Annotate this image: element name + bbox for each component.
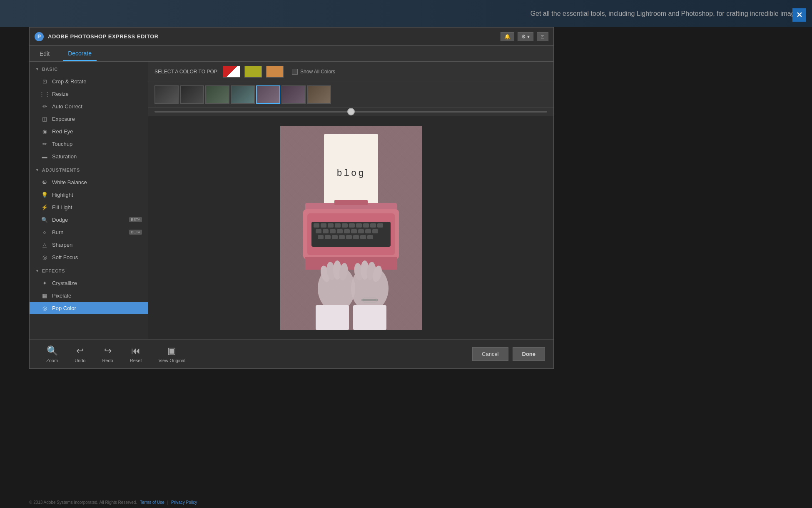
sidebar-item-pixelate[interactable]: ▦ Pixelate <box>30 289 148 302</box>
exposure-icon: ◫ <box>41 115 48 122</box>
svg-rect-29 <box>372 229 378 233</box>
show-all-label: Show All Colors <box>300 69 335 75</box>
svg-rect-15 <box>342 223 348 228</box>
title-bar: P ADOBE PHOTOSHOP EXPRESS EDITOR 🔔 ⚙ ▾ ⊡ <box>30 28 553 46</box>
svg-rect-38 <box>305 257 397 270</box>
sidebar-item-exposure[interactable]: ◫ Exposure <box>30 113 148 125</box>
sidebar-item-highlight[interactable]: 💡 Highlight <box>30 188 148 201</box>
section-effects-label: EFFECTS <box>42 268 65 273</box>
sidebar-item-red-eye[interactable]: ◉ Red-Eye <box>30 125 148 138</box>
crop-rotate-label: Crop & Rotate <box>52 78 86 85</box>
filter-thumb-5[interactable] <box>281 85 306 104</box>
filter-thumb-6-inner <box>308 86 330 103</box>
svg-rect-52 <box>353 305 386 330</box>
slider-thumb[interactable] <box>347 108 355 115</box>
section-effects-header[interactable]: ▼ EFFECTS <box>30 265 148 277</box>
sidebar-item-sharpen[interactable]: △ Sharpen <box>30 238 148 251</box>
dodge-icon: 🔍 <box>41 216 48 223</box>
yellow-swatch[interactable] <box>244 66 262 78</box>
sharpen-label: Sharpen <box>52 242 72 248</box>
view-original-tool[interactable]: ▣ View Original <box>150 345 194 363</box>
terms-link[interactable]: Terms of Use <box>140 500 164 505</box>
filter-thumb-2[interactable] <box>205 85 229 104</box>
svg-rect-25 <box>344 229 350 233</box>
burn-icon: ○ <box>41 229 48 235</box>
svg-rect-7 <box>334 200 368 205</box>
sidebar-item-fill-light[interactable]: ⚡ Fill Light <box>30 201 148 213</box>
bg-top-area: Get all the essential tools, including L… <box>0 0 812 27</box>
close-x-button[interactable]: ✕ <box>792 8 806 22</box>
done-button[interactable]: Done <box>513 347 545 361</box>
section-basic-header[interactable]: ▼ BASIC <box>30 63 148 75</box>
section-adjustments-header[interactable]: ▼ ADJUSTMENTS <box>30 164 148 176</box>
svg-rect-35 <box>353 235 359 239</box>
photo-canvas: blog <box>280 126 422 330</box>
svg-rect-20 <box>377 223 383 228</box>
highlight-label: Highlight <box>52 192 73 198</box>
pop-color-icon: ◎ <box>41 305 48 311</box>
section-basic-label: BASIC <box>42 67 58 72</box>
zoom-label: Zoom <box>46 358 58 363</box>
filter-thumb-2-inner <box>206 86 229 103</box>
sidebar-item-resize[interactable]: ⋮⋮ Resize <box>30 88 148 100</box>
sidebar-item-burn[interactable]: ○ Burn BETA <box>30 226 148 238</box>
tab-bar: Edit Decorate <box>30 46 553 62</box>
svg-rect-18 <box>363 223 369 228</box>
filter-thumb-3[interactable] <box>231 85 255 104</box>
filter-thumb-6[interactable] <box>307 85 331 104</box>
resize-label: Resize <box>52 91 69 97</box>
red-swatch[interactable] <box>223 66 240 78</box>
filter-thumb-4-inner <box>257 86 279 103</box>
svg-rect-33 <box>339 235 345 239</box>
filter-thumb-3-inner <box>232 86 254 103</box>
sidebar-item-crystallize[interactable]: ✦ Crystallize <box>30 277 148 289</box>
dodge-label: Dodge <box>52 217 68 223</box>
svg-rect-37 <box>367 235 373 239</box>
editor-container: P ADOBE PHOTOSHOP EXPRESS EDITOR 🔔 ⚙ ▾ ⊡… <box>29 27 554 369</box>
show-all-checkbox[interactable] <box>292 69 298 75</box>
filter-strip <box>148 82 553 108</box>
undo-tool[interactable]: ↩ Undo <box>66 345 94 363</box>
svg-rect-51 <box>316 305 349 330</box>
privacy-link[interactable]: Privacy Policy <box>171 500 197 505</box>
sidebar-item-white-balance[interactable]: ☯ White Balance <box>30 176 148 188</box>
svg-rect-17 <box>356 223 362 228</box>
soft-focus-label: Soft Focus <box>52 254 78 260</box>
reset-tool[interactable]: ⏮ Reset <box>122 345 150 363</box>
slider-track[interactable] <box>154 111 547 113</box>
sidebar-item-pop-color[interactable]: ◎ Pop Color <box>30 302 148 314</box>
notifications-btn[interactable]: 🔔 <box>501 32 514 41</box>
burn-badge: BETA <box>129 230 142 235</box>
svg-rect-11 <box>314 223 319 228</box>
sidebar-item-touchup[interactable]: ✏ Touchup <box>30 138 148 150</box>
pixelate-label: Pixelate <box>52 293 71 299</box>
resize-icon: ⋮⋮ <box>41 90 48 97</box>
filter-thumb-4[interactable] <box>256 85 280 104</box>
filter-thumb-original[interactable] <box>154 85 179 104</box>
svg-rect-13 <box>328 223 334 228</box>
zoom-tool[interactable]: 🔍 Zoom <box>38 345 66 363</box>
cancel-button[interactable]: Cancel <box>472 347 508 361</box>
dodge-badge: BETA <box>129 217 142 222</box>
sidebar-item-dodge[interactable]: 🔍 Dodge BETA <box>30 213 148 226</box>
slider-area <box>148 108 553 116</box>
tab-decorate[interactable]: Decorate <box>63 47 97 61</box>
svg-rect-28 <box>365 229 371 233</box>
sidebar-item-auto-correct[interactable]: ✏ Auto Correct <box>30 100 148 113</box>
sidebar-item-soft-focus[interactable]: ◎ Soft Focus <box>30 251 148 263</box>
tab-edit[interactable]: Edit <box>35 47 55 60</box>
fullscreen-btn[interactable]: ⊡ <box>537 32 548 41</box>
footer: © 2013 Adobe Systems Incorporated. All R… <box>29 500 199 505</box>
adjustments-arrow: ▼ <box>35 168 40 172</box>
settings-btn[interactable]: ⚙ ▾ <box>518 32 533 41</box>
redo-label: Redo <box>102 358 113 363</box>
color-picker-bar: SELECT A COLOR TO POP: Show All Colors <box>148 62 553 82</box>
reset-label: Reset <box>130 358 142 363</box>
sidebar-item-saturation[interactable]: ▬ Saturation <box>30 150 148 163</box>
sidebar-item-crop-rotate[interactable]: ⊡ Crop & Rotate <box>30 75 148 88</box>
orange-swatch[interactable] <box>266 66 284 78</box>
filter-thumb-1[interactable] <box>180 85 204 104</box>
svg-rect-22 <box>323 229 329 233</box>
redo-tool[interactable]: ↪ Redo <box>94 345 121 363</box>
svg-rect-21 <box>316 229 321 233</box>
